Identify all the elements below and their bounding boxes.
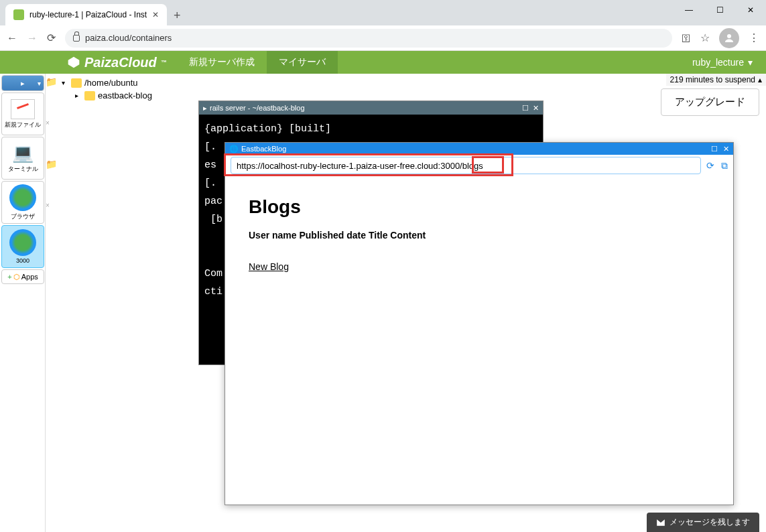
new-blog-link[interactable]: New Blog (249, 261, 289, 272)
paiza-header: PaizaCloud™ 新規サーバ作成 マイサーバ ruby_lecture ▾ (0, 51, 766, 74)
tree-root[interactable]: ▾ /home/ubuntu (59, 76, 766, 89)
arrow-down-icon: ▾ (62, 79, 68, 86)
arrow-up-icon[interactable]: ▴ (758, 75, 762, 84)
folder-icon[interactable]: 📁 (46, 159, 59, 170)
url-text: paiza.cloud/containers (85, 33, 172, 43)
browser-content: Blogs User name Published date Title Con… (225, 176, 733, 293)
folder-icon (71, 78, 82, 88)
taskbar-browser[interactable]: ブラウザ (1, 181, 44, 224)
new-tab-button[interactable]: + (167, 5, 187, 25)
url-bar[interactable]: paiza.cloud/containers (65, 29, 672, 48)
external-link-icon[interactable]: ⧉ (721, 160, 728, 172)
globe-icon (9, 184, 36, 211)
browser-url-bar: ⟳ ⧉ (225, 155, 733, 176)
terminal-titlebar[interactable]: ▸ rails server - ~/eastback-blog ☐ ✕ (199, 101, 543, 115)
chrome-tab[interactable]: ruby-lecture-1 | PaizaCloud - Inst ✕ (5, 4, 167, 25)
window-controls: ― ☐ ✕ (674, 0, 766, 20)
maximize-icon[interactable]: ☐ (711, 145, 718, 153)
key-icon[interactable]: ⚿ (682, 33, 691, 44)
taskbar-port-3000[interactable]: 3000 (1, 225, 44, 268)
star-icon[interactable]: ☆ (700, 31, 710, 44)
close-icon[interactable]: ✕ (152, 10, 159, 19)
browser-window[interactable]: 🌐 EastbackBlog ☐ ✕ ⟳ ⧉ Blogs User name P… (225, 142, 734, 505)
table-columns: User name Published date Title Content (249, 230, 710, 241)
tab-favicon (13, 9, 24, 20)
nav-new-server[interactable]: 新規サーバ作成 (177, 51, 267, 74)
folder-icon (84, 91, 95, 101)
chrome-tabs-bar: ruby-lecture-1 | PaizaCloud - Inst ✕ + (0, 0, 766, 25)
paiza-logo: PaizaCloud™ (0, 55, 177, 70)
taskbar-new-file[interactable]: 新規ファイル (1, 92, 44, 135)
close-icon[interactable]: × (46, 202, 59, 209)
file-icon (11, 99, 35, 119)
message-button[interactable]: メッセージを残します (647, 513, 759, 532)
taskbar-terminal[interactable]: 💻 ターミナル (1, 137, 44, 180)
laptop-icon: 💻 (11, 143, 35, 163)
back-icon[interactable]: ← (7, 32, 17, 44)
reload-icon[interactable]: ⟳ (706, 160, 714, 172)
mail-icon (656, 518, 665, 527)
nav-my-server[interactable]: マイサーバ (267, 51, 338, 74)
taskbar: ▸ 新規ファイル 💻 ターミナル ブラウザ 3000 +⬡Apps (0, 74, 46, 532)
browser-url-input[interactable] (231, 157, 701, 174)
arrow-right-icon: ▸ (75, 92, 82, 99)
user-menu[interactable]: ruby_lecture ▾ (679, 57, 766, 68)
close-icon[interactable]: ✕ (723, 145, 729, 153)
svg-point-0 (727, 34, 731, 38)
globe-icon: 🌐 (229, 145, 239, 153)
avatar-icon[interactable] (719, 28, 739, 48)
chrome-nav-bar: ← → ⟳ paiza.cloud/containers ⚿ ☆ ⋮ (0, 25, 766, 51)
taskbar-apps[interactable]: +⬡Apps (1, 269, 44, 284)
close-icon[interactable]: × (46, 119, 59, 127)
close-icon[interactable]: ✕ (533, 104, 539, 113)
maximize-icon[interactable]: ☐ (522, 104, 529, 113)
folder-column: 📁 × 📁 × (46, 74, 59, 532)
lock-icon (73, 35, 80, 42)
chevron-down-icon: ▾ (748, 57, 753, 68)
minimize-button[interactable]: ― (674, 0, 704, 20)
taskbar-start[interactable]: ▸ (1, 75, 44, 91)
page-heading: Blogs (249, 196, 710, 218)
forward-icon[interactable]: → (27, 32, 38, 44)
globe-icon (9, 229, 36, 256)
folder-icon[interactable]: 📁 (46, 76, 59, 87)
upgrade-button[interactable]: アップグレード (661, 88, 759, 116)
menu-icon[interactable]: ⋮ (749, 31, 759, 44)
reload-icon[interactable]: ⟳ (47, 31, 56, 44)
browser-titlebar[interactable]: 🌐 EastbackBlog ☐ ✕ (225, 143, 733, 155)
maximize-button[interactable]: ☐ (704, 0, 735, 20)
status-suspend: 219 minutes to suspend ▴ (666, 74, 766, 86)
tab-title: ruby-lecture-1 | PaizaCloud - Inst (29, 10, 147, 19)
close-button[interactable]: ✕ (735, 0, 766, 20)
